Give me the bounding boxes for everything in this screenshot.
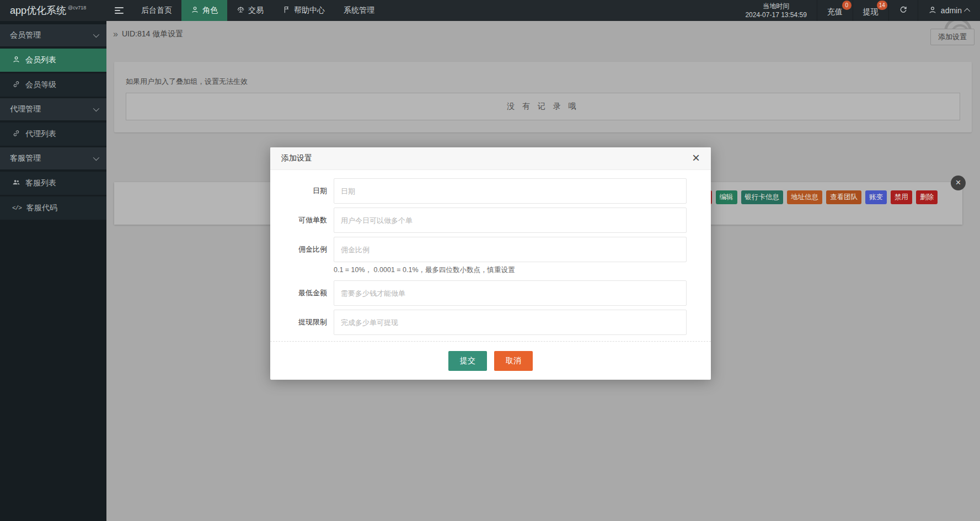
panel-close-button[interactable]: × <box>951 176 966 190</box>
withdraw-limit-label: 提现限制 <box>270 310 327 335</box>
submit-button[interactable]: 提交 <box>448 351 487 371</box>
form-row-commission: 佣金比例 <box>270 237 711 262</box>
chevron-up-icon <box>964 8 970 14</box>
chevron-down-icon <box>93 105 99 111</box>
local-time-label: 当地时间 <box>745 2 806 10</box>
sidebar-item-member-list[interactable]: 会员列表 <box>0 49 106 72</box>
person-icon <box>191 6 199 15</box>
menu-toggle-icon[interactable] <box>106 0 132 21</box>
delete-button[interactable]: 删除 <box>916 190 938 204</box>
notice-text: 如果用户加入了叠加组，设置无法生效 <box>126 77 248 87</box>
page-title: UID:814 做单设置 <box>122 29 183 39</box>
user-icon <box>928 6 937 16</box>
scales-icon <box>237 6 245 15</box>
commission-help-text: 0.1 = 10%， 0.0001 = 0.1%，最多四位数小数点，慎重设置 <box>334 266 515 274</box>
link-icon <box>12 129 20 139</box>
min-amount-label: 最低金额 <box>270 280 327 306</box>
chevron-down-icon <box>93 31 99 38</box>
sidebar-item-support-list[interactable]: 客服列表 <box>0 172 106 195</box>
empty-records-box: 没 有 记 录 哦 <box>126 93 960 120</box>
local-time: 当地时间 2024-07-17 13:54:59 <box>735 0 816 21</box>
link-icon <box>12 80 20 90</box>
form-row-date: 日期 <box>270 178 711 204</box>
recharge-menu-item[interactable]: 充值 0 <box>817 0 853 21</box>
add-setting-button[interactable]: 添加设置 <box>930 29 974 45</box>
sidebar: 会员管理 会员列表 会员等级 代理管理 <box>0 21 106 521</box>
sidebar-item-support-code[interactable]: </> 客服代码 <box>0 196 106 220</box>
edit-button[interactable]: 编辑 <box>716 190 737 204</box>
users-icon <box>12 178 20 188</box>
topbar-right: 当地时间 2024-07-17 13:54:59 充值 0 提现 14 <box>735 0 980 21</box>
tab-system[interactable]: 系统管理 <box>334 0 384 21</box>
close-icon: × <box>956 177 961 188</box>
account-change-button[interactable]: 账变 <box>865 190 887 204</box>
breadcrumb: » UID:814 做单设置 <box>113 29 183 39</box>
tab-dashboard[interactable]: 后台首页 <box>132 0 181 21</box>
top-navigation: 后台首页 角色 交易 帮 <box>132 0 384 21</box>
bank-card-info-button[interactable]: 银行卡信息 <box>741 190 784 204</box>
recharge-badge: 0 <box>842 1 852 10</box>
app-title: app优化系统 <box>10 4 66 17</box>
person-icon <box>12 55 20 65</box>
date-label: 日期 <box>270 178 327 204</box>
sidebar-group-member-mgmt[interactable]: 会员管理 <box>0 24 106 46</box>
app-logo: app优化系统 @cv718 <box>0 0 106 21</box>
code-icon: </> <box>12 205 22 211</box>
sidebar-group-agent-mgmt[interactable]: 代理管理 <box>0 98 106 120</box>
tab-trade[interactable]: 交易 <box>227 0 273 21</box>
settings-card: 如果用户加入了叠加组，设置无法生效 没 有 记 录 哦 <box>114 62 972 132</box>
username: admin <box>941 6 962 15</box>
topbar: app优化系统 @cv718 后台首页 角色 交易 <box>0 0 980 21</box>
min-amount-input[interactable] <box>334 280 687 306</box>
form-row-withdraw-limit: 提现限制 <box>270 310 711 335</box>
address-info-button[interactable]: 地址信息 <box>787 190 822 204</box>
withdraw-menu-item[interactable]: 提现 14 <box>853 0 888 21</box>
app-version-badge: @cv718 <box>68 5 86 10</box>
row-action-buttons: 额 编辑 银行卡信息 地址信息 查看团队 账变 禁用 删除 <box>697 190 938 204</box>
cancel-button[interactable]: 取消 <box>494 351 533 371</box>
order-count-label: 可做单数 <box>270 208 327 233</box>
page-header: » UID:814 做单设置 添加设置 <box>106 21 980 51</box>
breadcrumb-arrows-icon: » <box>113 29 118 39</box>
modal-header: 添加设置 × <box>270 147 711 170</box>
form-row-min-amount: 最低金额 <box>270 280 711 306</box>
modal-footer: 提交 取消 <box>270 341 711 380</box>
modal-close-icon[interactable]: × <box>692 151 700 164</box>
form-row-order-count: 可做单数 <box>270 208 711 233</box>
modal-body: 日期 可做单数 佣金比例 0.1 = 10%， 0.0001 = 0.1%，最多… <box>270 170 711 335</box>
empty-records-text: 没 有 记 录 哦 <box>507 102 579 111</box>
tab-help-center[interactable]: 帮助中心 <box>273 0 334 21</box>
order-count-input[interactable] <box>334 208 687 233</box>
refresh-button[interactable] <box>888 0 918 21</box>
sidebar-item-member-level[interactable]: 会员等级 <box>0 73 106 97</box>
withdraw-limit-input[interactable] <box>334 310 687 335</box>
sidebar-item-agent-list[interactable]: 代理列表 <box>0 123 106 146</box>
user-menu[interactable]: admin <box>918 0 980 21</box>
view-team-button[interactable]: 查看团队 <box>826 190 861 204</box>
date-input[interactable] <box>334 178 687 204</box>
chevron-down-icon <box>93 155 99 161</box>
sidebar-group-support-mgmt[interactable]: 客服管理 <box>0 147 106 169</box>
commission-input[interactable] <box>334 237 687 262</box>
commission-label: 佣金比例 <box>270 237 327 262</box>
refresh-icon <box>899 6 908 16</box>
modal-title: 添加设置 <box>281 153 312 163</box>
flag-icon <box>282 6 291 15</box>
tab-roles[interactable]: 角色 <box>181 0 227 21</box>
withdraw-badge: 14 <box>877 1 887 10</box>
add-setting-modal: 添加设置 × 日期 可做单数 佣金比例 0.1 = 10%， 0.0001 = … <box>270 147 711 380</box>
disable-button[interactable]: 禁用 <box>891 190 912 204</box>
local-time-value: 2024-07-17 13:54:59 <box>745 10 806 19</box>
commission-help-row: 0.1 = 10%， 0.0001 = 0.1%，最多四位数小数点，慎重设置 <box>270 264 711 275</box>
